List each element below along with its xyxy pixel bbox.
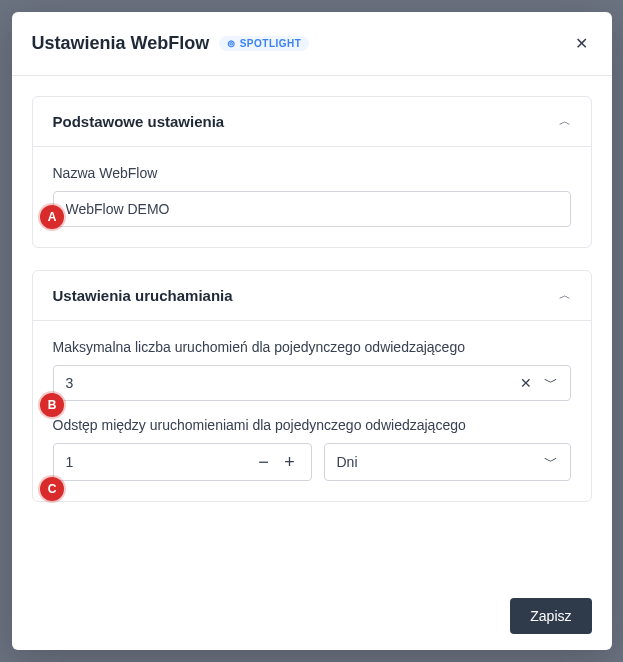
spotlight-badge: ⊚ SPOTLIGHT — [219, 36, 309, 51]
dropdown-button[interactable]: ﹀ — [542, 372, 560, 394]
runtime-settings-header[interactable]: Ustawienia uruchamiania ︿ — [33, 271, 591, 320]
max-runs-label: Maksymalna liczba uruchomień dla pojedyn… — [53, 339, 571, 355]
modal-title: Ustawienia WebFlow — [32, 33, 210, 54]
interval-label: Odstęp między uruchomieniami dla pojedyn… — [53, 417, 571, 433]
interval-stepper[interactable]: − + — [53, 443, 312, 481]
runtime-settings-title: Ustawienia uruchamiania — [53, 287, 233, 304]
interval-unit-value: Dni — [337, 454, 358, 470]
interval-field: Odstęp między uruchomieniami dla pojedyn… — [53, 417, 571, 481]
plus-icon: + — [284, 452, 295, 473]
runtime-settings-section: Ustawienia uruchamiania ︿ Maksymalna lic… — [32, 270, 592, 502]
chevron-down-icon: ﹀ — [544, 374, 558, 390]
modal-header: Ustawienia WebFlow ⊚ SPOTLIGHT ✕ — [12, 12, 612, 76]
clear-button[interactable]: ✕ — [518, 373, 534, 393]
interval-input[interactable] — [54, 445, 253, 479]
modal-body: Podstawowe ustawienia ︿ Nazwa WebFlow Us… — [12, 76, 612, 582]
interval-stepper-controls: − + — [253, 451, 311, 473]
basic-settings-body: Nazwa WebFlow — [33, 146, 591, 247]
annotation-marker-a: A — [40, 205, 64, 229]
close-button[interactable]: ✕ — [571, 30, 592, 57]
chevron-down-icon: ﹀ — [544, 453, 558, 471]
minus-icon: − — [258, 452, 269, 473]
close-icon: ✕ — [575, 35, 588, 52]
modal-title-group: Ustawienia WebFlow ⊚ SPOTLIGHT — [32, 33, 310, 54]
basic-settings-header[interactable]: Podstawowe ustawienia ︿ — [33, 97, 591, 146]
target-icon: ⊚ — [227, 38, 236, 49]
interval-unit-select[interactable]: Dni ﹀ — [324, 443, 571, 481]
max-runs-controls: ✕ ﹀ — [518, 372, 570, 394]
webflow-name-input[interactable] — [53, 191, 571, 227]
runtime-settings-body: Maksymalna liczba uruchomień dla pojedyn… — [33, 320, 591, 501]
decrement-button[interactable]: − — [253, 451, 275, 473]
webflow-name-label: Nazwa WebFlow — [53, 165, 571, 181]
increment-button[interactable]: + — [279, 451, 301, 473]
chevron-up-icon: ︿ — [559, 287, 571, 304]
webflow-name-field: Nazwa WebFlow — [53, 165, 571, 227]
max-runs-combo[interactable]: ✕ ﹀ — [53, 365, 571, 401]
close-icon: ✕ — [520, 375, 532, 391]
max-runs-field: Maksymalna liczba uruchomień dla pojedyn… — [53, 339, 571, 401]
annotation-marker-b: B — [40, 393, 64, 417]
settings-modal: Ustawienia WebFlow ⊚ SPOTLIGHT ✕ Podstaw… — [12, 12, 612, 650]
basic-settings-title: Podstawowe ustawienia — [53, 113, 225, 130]
interval-row: − + Dni ﹀ — [53, 443, 571, 481]
basic-settings-section: Podstawowe ustawienia ︿ Nazwa WebFlow — [32, 96, 592, 248]
max-runs-input[interactable] — [54, 366, 518, 400]
save-button[interactable]: Zapisz — [510, 598, 591, 634]
spotlight-badge-label: SPOTLIGHT — [240, 38, 302, 49]
chevron-up-icon: ︿ — [559, 113, 571, 130]
annotation-marker-c: C — [40, 477, 64, 501]
modal-footer: Zapisz — [12, 582, 612, 650]
